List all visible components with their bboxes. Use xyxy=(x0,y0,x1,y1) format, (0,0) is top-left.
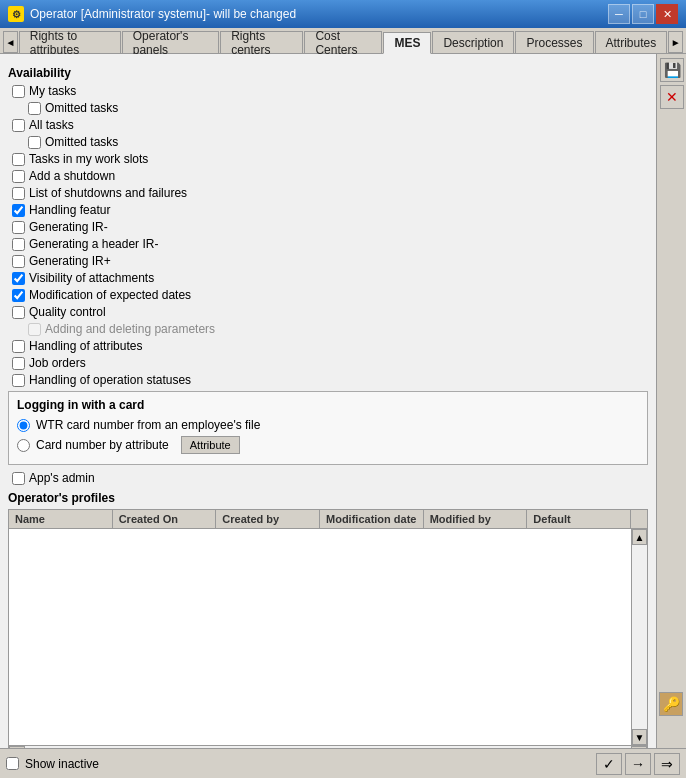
wtr-card-radio[interactable] xyxy=(17,419,30,432)
confirm-icon: ✓ xyxy=(603,756,615,772)
scroll-left-arrow[interactable]: ◄ xyxy=(9,746,25,748)
modification-dates-label: Modification of expected dates xyxy=(29,288,191,302)
window-close-button[interactable]: ✕ xyxy=(656,4,678,24)
col-modified-by: Modified by xyxy=(424,510,528,528)
checkbox-quality-control: Quality control xyxy=(8,305,648,319)
tab-cost-centers[interactable]: Cost Centers xyxy=(304,31,382,53)
all-tasks-checkbox[interactable] xyxy=(12,119,25,132)
handling-attributes-checkbox[interactable] xyxy=(12,340,25,353)
generating-ir-plus-label: Generating IR+ xyxy=(29,254,111,268)
table-body xyxy=(9,529,647,745)
tab-operators-panels[interactable]: Operator's panels xyxy=(122,31,219,53)
save-button[interactable]: 💾 xyxy=(660,58,684,82)
generating-ir-plus-checkbox[interactable] xyxy=(12,255,25,268)
tab-mes[interactable]: MES xyxy=(383,32,431,54)
adding-deleting-label: Adding and deleting parameters xyxy=(45,322,215,336)
tab-rights-attributes[interactable]: Rights to attributes xyxy=(19,31,121,53)
handling-statuses-checkbox[interactable] xyxy=(12,374,25,387)
handling-featur-label: Handling featur xyxy=(29,203,110,217)
discard-button[interactable]: ✕ xyxy=(660,85,684,109)
checkbox-omitted-tasks-2: Omitted tasks xyxy=(8,135,648,149)
profiles-table: Name Created On Created by Modification … xyxy=(8,509,648,748)
forward-button[interactable]: → xyxy=(625,753,651,775)
discard-icon: ✕ xyxy=(666,89,678,105)
tab-prev-button[interactable]: ◄ xyxy=(3,31,18,53)
job-orders-label: Job orders xyxy=(29,356,86,370)
add-shutdown-label: Add a shutdown xyxy=(29,169,115,183)
title-bar: ⚙ Operator [Administrator systemu]- will… xyxy=(0,0,686,28)
handling-featur-checkbox[interactable] xyxy=(12,204,25,217)
window-controls: ─ □ ✕ xyxy=(608,4,678,24)
bottom-bar: Show inactive ✓ → ⇒ xyxy=(0,748,686,778)
app-admin-checkbox[interactable] xyxy=(12,472,25,485)
scroll-right-arrow[interactable]: ► xyxy=(631,746,647,748)
omitted-tasks-1-checkbox[interactable] xyxy=(28,102,41,115)
quality-control-checkbox[interactable] xyxy=(12,306,25,319)
availability-label: Availability xyxy=(8,66,648,80)
job-orders-checkbox[interactable] xyxy=(12,357,25,370)
visibility-attachments-checkbox[interactable] xyxy=(12,272,25,285)
col-mod-date: Modification date xyxy=(320,510,424,528)
table-scrollbar-vertical[interactable]: ▲ ▼ xyxy=(631,529,647,745)
logging-title: Logging in with a card xyxy=(17,398,639,412)
scroll-track-h xyxy=(25,746,631,748)
table-header-scrollbar-spacer xyxy=(631,510,647,528)
scroll-track-v xyxy=(632,545,647,729)
radio-card-attr: Card number by attribute Attribute xyxy=(17,436,639,454)
app-admin-label: App's admin xyxy=(29,471,95,485)
forward-icon: → xyxy=(631,756,645,772)
adding-deleting-checkbox[interactable] xyxy=(28,323,41,336)
checkbox-modification-dates: Modification of expected dates xyxy=(8,288,648,302)
scroll-down-arrow[interactable]: ▼ xyxy=(632,729,647,745)
minimize-button[interactable]: ─ xyxy=(608,4,630,24)
list-shutdowns-label: List of shutdowns and failures xyxy=(29,186,187,200)
checkbox-generating-ir-plus: Generating IR+ xyxy=(8,254,648,268)
tab-description[interactable]: Description xyxy=(432,31,514,53)
table-body-wrapper: ▲ ▼ xyxy=(9,529,647,745)
checkbox-my-tasks: My tasks xyxy=(8,84,648,98)
omitted-tasks-2-checkbox[interactable] xyxy=(28,136,41,149)
show-inactive-label: Show inactive xyxy=(25,757,99,771)
table-scrollbar-horizontal[interactable]: ◄ ► xyxy=(9,745,647,748)
key-icon-button[interactable]: 🔑 xyxy=(659,692,683,716)
generating-header-ir-checkbox[interactable] xyxy=(12,238,25,251)
tab-next-button[interactable]: ► xyxy=(668,31,683,53)
card-attr-radio[interactable] xyxy=(17,439,30,452)
double-forward-button[interactable]: ⇒ xyxy=(654,753,680,775)
confirm-button[interactable]: ✓ xyxy=(596,753,622,775)
main-panel: Availability My tasks Omitted tasks All … xyxy=(0,54,656,748)
checkbox-adding-deleting: Adding and deleting parameters xyxy=(8,322,648,336)
wtr-card-label: WTR card number from an employee's file xyxy=(36,418,260,432)
checkbox-tasks-work-slots: Tasks in my work slots xyxy=(8,152,648,166)
col-created-by: Created by xyxy=(216,510,320,528)
attribute-button[interactable]: Attribute xyxy=(181,436,240,454)
col-created-on: Created On xyxy=(113,510,217,528)
tasks-work-slots-checkbox[interactable] xyxy=(12,153,25,166)
my-tasks-checkbox[interactable] xyxy=(12,85,25,98)
checkbox-app-admin: App's admin xyxy=(8,471,648,485)
show-inactive-checkbox[interactable] xyxy=(6,757,19,770)
list-shutdowns-checkbox[interactable] xyxy=(12,187,25,200)
modification-dates-checkbox[interactable] xyxy=(12,289,25,302)
generating-header-ir-label: Generating a header IR- xyxy=(29,237,158,251)
right-panel: 💾 ✕ xyxy=(656,54,686,748)
add-shutdown-checkbox[interactable] xyxy=(12,170,25,183)
checkbox-handling-featur: Handling featur xyxy=(8,203,648,217)
card-attr-label: Card number by attribute xyxy=(36,438,169,452)
tab-processes[interactable]: Processes xyxy=(515,31,593,53)
tab-attributes[interactable]: Attributes xyxy=(595,31,668,53)
checkbox-job-orders: Job orders xyxy=(8,356,648,370)
tasks-work-slots-label: Tasks in my work slots xyxy=(29,152,148,166)
scroll-up-arrow[interactable]: ▲ xyxy=(632,529,647,545)
col-name: Name xyxy=(9,510,113,528)
all-tasks-label: All tasks xyxy=(29,118,74,132)
maximize-button[interactable]: □ xyxy=(632,4,654,24)
tab-rights-centers[interactable]: Rights centers xyxy=(220,31,303,53)
generating-ir-minus-checkbox[interactable] xyxy=(12,221,25,234)
checkbox-generating-ir-minus: Generating IR- xyxy=(8,220,648,234)
checkbox-all-tasks: All tasks xyxy=(8,118,648,132)
visibility-attachments-label: Visibility of attachments xyxy=(29,271,154,285)
handling-attributes-label: Handling of attributes xyxy=(29,339,142,353)
checkbox-add-shutdown: Add a shutdown xyxy=(8,169,648,183)
save-icon: 💾 xyxy=(664,62,681,78)
